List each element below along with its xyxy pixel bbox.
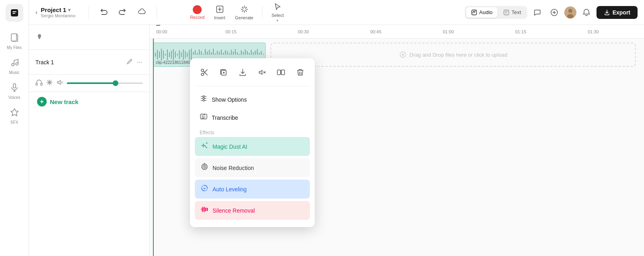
project-author: Sergio Montanino: [41, 13, 75, 18]
sidebar-item-voices[interactable]: Voices: [0, 79, 29, 104]
icon-sidebar: My Files Music Voices: [0, 0, 29, 256]
silence-removal-label: Silence Removal: [213, 207, 255, 214]
undo-button[interactable]: [95, 6, 111, 19]
sidebar-item-sfx[interactable]: SFX: [0, 104, 29, 129]
track-more-button[interactable]: ···: [136, 57, 143, 67]
svg-point-21: [568, 9, 572, 13]
ctx-delete-button[interactable]: [293, 66, 307, 81]
project-title: Project 1 ▾: [41, 6, 75, 13]
record-button[interactable]: Record: [186, 4, 208, 21]
toolbar-right: Audio Text: [465, 6, 638, 19]
redo-icon: [119, 7, 127, 17]
ctx-noise-reduction-button[interactable]: Noise Reduction: [195, 158, 310, 177]
project-title-text: Project 1: [41, 6, 66, 13]
add-button[interactable]: [547, 6, 561, 19]
snowflake-button[interactable]: [46, 79, 53, 88]
track-header-icons: ···: [126, 57, 143, 67]
svg-rect-113: [281, 70, 285, 75]
volume-icon[interactable]: [56, 79, 64, 88]
track-header: [29, 25, 149, 50]
auto-leveling-label: Auto Leveling: [213, 186, 247, 193]
audio-mode-button[interactable]: Audio: [466, 7, 497, 18]
sfx-label: SFX: [10, 120, 18, 125]
time-ruler: 00:00 00:15 00:30 00:45 01:00 01:15 01:3…: [150, 25, 644, 39]
new-track-label: New track: [50, 98, 78, 105]
notification-button[interactable]: [580, 6, 593, 19]
magic-dust-icon: [200, 141, 208, 152]
time-marker-6: 01:30: [588, 29, 599, 34]
select-button[interactable]: Select ▾: [267, 1, 288, 24]
ctx-auto-leveling-button[interactable]: Auto Leveling: [195, 180, 310, 199]
voices-icon: [10, 83, 19, 94]
volume-slider[interactable]: [67, 82, 143, 84]
ctx-scissors-button[interactable]: [198, 66, 211, 81]
svg-rect-13: [472, 10, 477, 15]
svg-marker-9: [11, 109, 18, 116]
time-marker-2: 00:30: [298, 29, 309, 34]
svg-rect-6: [13, 84, 16, 88]
svg-point-4: [12, 63, 14, 66]
sidebar-item-myfiles[interactable]: My Files: [0, 29, 29, 54]
ctx-mute-button[interactable]: [255, 66, 269, 81]
toolbar-divider-3: [262, 6, 262, 19]
select-chevron-icon: ▾: [277, 18, 279, 23]
app-logo[interactable]: [6, 4, 23, 22]
time-ruler-inner: 00:00 00:15 00:30 00:45 01:00 01:15 01:3…: [153, 25, 644, 38]
insert-button[interactable]: Insert: [210, 3, 229, 22]
select-label: Select: [271, 13, 284, 18]
ctx-silence-removal-button[interactable]: Silence Removal: [195, 201, 310, 220]
headphones-button[interactable]: [35, 79, 43, 88]
export-label: Export: [613, 9, 630, 16]
svg-rect-24: [41, 83, 42, 85]
generate-button[interactable]: Generate: [231, 3, 258, 22]
toolbar: ‹ Project 1 ▾ Sergio Montanino: [29, 0, 644, 25]
insert-label: Insert: [214, 15, 225, 20]
generate-label: Generate: [235, 15, 254, 20]
svg-line-128: [204, 145, 207, 148]
sidebar-item-music[interactable]: Music: [0, 54, 29, 79]
context-menu: Show Options Transcribe Effects Magic Du…: [190, 58, 315, 227]
back-button[interactable]: ‹: [35, 9, 37, 16]
track-controls: [29, 75, 149, 92]
track-sidebar: Track 1 ···: [29, 25, 150, 256]
mode-toggle: Audio Text: [465, 6, 527, 19]
music-label: Music: [9, 70, 19, 75]
text-mode-label: Text: [512, 9, 521, 15]
track-edit-button[interactable]: [126, 57, 134, 67]
ctx-effects-label: Effects: [195, 127, 310, 137]
ctx-download-button[interactable]: [236, 66, 250, 81]
insert-icon: [215, 5, 224, 14]
ctx-magic-dust-button[interactable]: Magic Dust AI: [195, 137, 310, 156]
text-mode-button[interactable]: Text: [498, 7, 526, 18]
select-icon: [273, 2, 282, 12]
redo-button[interactable]: [115, 6, 131, 19]
upload-icon: [399, 51, 407, 58]
ctx-transcribe-item[interactable]: Transcribe: [195, 109, 310, 127]
ctx-split-button[interactable]: [274, 66, 288, 81]
ctx-show-options-item[interactable]: Show Options: [195, 90, 310, 109]
svg-rect-112: [277, 70, 281, 75]
undo-icon: [99, 7, 107, 17]
chevron-down-icon: ▾: [68, 7, 70, 13]
upload-area[interactable]: Drag and Drop files here or click to upl…: [270, 43, 636, 67]
toolbar-divider-2: [157, 6, 157, 19]
export-button[interactable]: Export: [597, 6, 638, 19]
avatar[interactable]: [564, 6, 576, 18]
comment-button[interactable]: [530, 6, 544, 19]
time-marker-5: 01:15: [515, 29, 526, 34]
svg-rect-1: [12, 11, 17, 12]
svg-point-115: [203, 96, 204, 97]
cloud-button[interactable]: [134, 6, 150, 18]
svg-rect-2: [12, 13, 15, 14]
track-name-header: Track 1 ···: [29, 50, 149, 75]
svg-point-116: [203, 98, 204, 99]
svg-rect-3: [11, 34, 17, 41]
new-track-button[interactable]: + New track: [29, 92, 149, 111]
myfiles-label: My Files: [7, 45, 22, 50]
ctx-duplicate-button[interactable]: [217, 66, 230, 81]
track-name: Track 1: [35, 59, 122, 66]
time-marker-1: 00:15: [225, 29, 237, 34]
svg-point-131: [204, 166, 205, 168]
context-menu-toolbar: [195, 63, 310, 86]
ctx-show-options-label: Show Options: [212, 96, 247, 103]
